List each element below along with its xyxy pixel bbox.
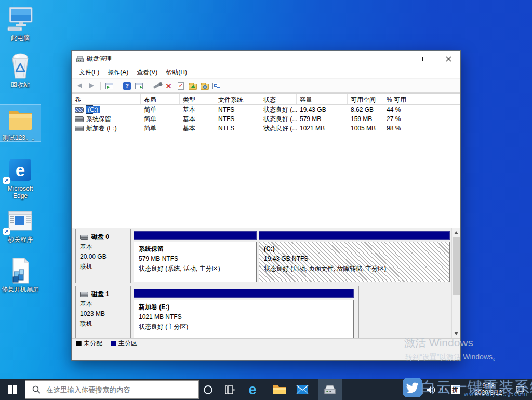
menu-action[interactable]: 操作(A) xyxy=(103,66,132,78)
folder-up-button[interactable] xyxy=(188,82,197,90)
cortana-icon xyxy=(204,385,212,394)
partition-c-selected[interactable]: (C:) 19.43 GB NTFS 状态良好 (启动, 页面文件, 故障转储,… xyxy=(259,229,450,285)
desktop-icon-quick-close-app[interactable]: 秒关程序 xyxy=(0,207,41,243)
cortana-button[interactable] xyxy=(198,379,217,400)
disk-kind: 基本 xyxy=(80,299,130,309)
file-explorer-button[interactable] xyxy=(269,379,290,400)
column-header-free-space[interactable]: 可用空间 xyxy=(348,94,383,104)
volume-icon[interactable] xyxy=(425,379,436,400)
disk-0-info[interactable]: 磁盘 0 基本 20.00 GB 联机 xyxy=(75,229,131,283)
title-bar[interactable]: 磁盘管理 xyxy=(72,51,460,66)
forward-icon xyxy=(89,83,94,88)
taskbar-clock[interactable]: 9:58 2020/3/12 xyxy=(467,379,510,400)
mail-button[interactable] xyxy=(292,379,313,400)
help-button[interactable] xyxy=(123,82,131,90)
window-title: 磁盘管理 xyxy=(87,55,112,63)
menu-file[interactable]: 文件(F) xyxy=(75,66,103,78)
ime-badge-text: 拼 xyxy=(451,385,460,394)
console-tree-icon xyxy=(105,83,113,89)
close-button[interactable] xyxy=(436,51,460,66)
desktop-icon-fix-black-screen[interactable]: 修复开机黑屏 xyxy=(0,257,41,293)
desktop-icon-label: 回收站 xyxy=(0,81,41,88)
disk-management-icon xyxy=(323,384,337,395)
back-icon xyxy=(77,83,82,88)
toolbar xyxy=(72,79,460,93)
volume-row-c[interactable]: (C:) 简单 基本 NTFS 状态良好 (... 19.43 GB 8.62 … xyxy=(72,105,460,114)
column-header-volume[interactable]: 卷 xyxy=(72,94,141,104)
recycle-bin-icon xyxy=(0,52,41,80)
action-pane-button[interactable] xyxy=(135,82,143,90)
volume-row-new-volume-e[interactable]: 新加卷 (E:) 简单 基本 NTFS 状态良好 (... 1021 MB 10… xyxy=(72,124,460,133)
disk-management-taskbar-button[interactable] xyxy=(318,379,342,400)
column-header-pct-free[interactable]: % 可用 xyxy=(383,94,429,104)
task-view-button[interactable] xyxy=(220,379,239,400)
action-center-button[interactable] xyxy=(512,379,528,400)
cell-layout: 简单 xyxy=(141,124,180,133)
cell-free: 159 MB xyxy=(348,114,383,124)
vertical-scrollbar[interactable] xyxy=(451,228,460,338)
taskbar-edge-button[interactable]: e xyxy=(242,379,263,400)
cell-status: 状态良好 (... xyxy=(260,124,297,133)
toolbar-separator xyxy=(118,82,118,90)
menu-view[interactable]: 查看(V) xyxy=(132,66,162,78)
toolbar-separator xyxy=(100,82,101,90)
file-explorer-icon xyxy=(273,384,286,395)
column-header-status[interactable]: 状态 xyxy=(260,94,297,104)
volume-icon xyxy=(75,126,84,131)
partition-size: 1021 MB NTFS xyxy=(139,312,349,322)
partition-title: 系统保留 xyxy=(139,244,251,254)
cell-fs: NTFS xyxy=(215,114,260,124)
column-header-layout[interactable]: 布局 xyxy=(141,94,180,104)
edge-tile: e xyxy=(9,159,31,181)
cell-capacity: 579 MB xyxy=(297,114,348,124)
menu-help[interactable]: 帮助(H) xyxy=(162,66,191,78)
partition-system-reserved[interactable]: 系统保留 579 MB NTFS 状态良好 (系统, 活动, 主分区) xyxy=(134,229,257,285)
properties-tool-button[interactable] xyxy=(152,82,161,90)
desktop-icon-this-pc[interactable]: 此电脑 xyxy=(0,5,41,42)
check-volume-button[interactable] xyxy=(176,82,185,90)
taskbar-search[interactable] xyxy=(25,380,199,399)
column-header-type[interactable]: 类型 xyxy=(180,94,215,104)
volume-list: 卷 布局 类型 文件系统 状态 容量 可用空间 % 可用 (C:) 简单 基本 … xyxy=(72,93,460,228)
desktop-icon-recycle-bin[interactable]: 回收站 xyxy=(0,52,41,88)
edge-icon: e xyxy=(248,382,256,398)
mail-icon xyxy=(296,385,309,394)
console-tree-button[interactable] xyxy=(105,82,114,90)
scrollbar-thumb[interactable] xyxy=(453,237,460,295)
brand-bird-icon xyxy=(403,378,422,397)
folder-search-button[interactable] xyxy=(200,82,209,90)
cell-type: 基本 xyxy=(180,124,215,133)
taskbar: e 中 拼 9:58 xyxy=(0,379,532,400)
partition-new-volume-e[interactable]: 新加卷 (E:) 1021 MB NTFS 状态良好 (主分区) xyxy=(134,286,354,338)
start-button[interactable] xyxy=(0,379,25,400)
forward-button[interactable] xyxy=(87,82,96,90)
column-header-capacity[interactable]: 容量 xyxy=(297,94,348,104)
disk-1-info[interactable]: 磁盘 1 基本 1023 MB 联机 xyxy=(75,286,131,338)
desktop-icon-test-folder[interactable]: 测试123。。 xyxy=(0,105,41,141)
close-icon xyxy=(446,56,451,62)
maximize-button[interactable] xyxy=(413,51,436,66)
folder-search-icon xyxy=(201,84,209,90)
disk-0-row: 磁盘 0 基本 20.00 GB 联机 系统保留 579 MB NTFS 状态良… xyxy=(72,229,451,285)
ime-language-badge[interactable]: 拼 xyxy=(449,379,461,400)
volume-row-system-reserved[interactable]: 系统保留 简单 基本 NTFS 状态良好 (... 579 MB 159 MB … xyxy=(72,114,460,124)
column-header-filesystem[interactable]: 文件系统 xyxy=(215,94,260,104)
checklist-button[interactable] xyxy=(212,82,221,90)
this-pc-icon xyxy=(0,5,41,33)
cell-capacity: 19.43 GB xyxy=(297,105,348,114)
scroll-down-icon[interactable] xyxy=(454,332,458,335)
disk-name: 磁盘 1 xyxy=(91,289,109,299)
delete-button[interactable] xyxy=(164,82,173,90)
column-header-filler xyxy=(429,94,460,104)
program-window-icon xyxy=(0,207,41,235)
search-input[interactable] xyxy=(45,385,185,394)
scroll-up-icon[interactable] xyxy=(454,231,458,234)
ime-mode-indicator[interactable]: 中 xyxy=(437,379,448,400)
minimize-button[interactable] xyxy=(389,51,413,66)
disk-size: 1023 MB xyxy=(80,309,130,319)
shortcut-arrow-icon xyxy=(3,177,10,184)
help-icon xyxy=(123,82,131,90)
back-button[interactable] xyxy=(75,82,84,90)
desktop-icon-microsoft-edge[interactable]: e Microsoft Edge xyxy=(0,156,41,199)
disk-icon xyxy=(80,292,88,297)
